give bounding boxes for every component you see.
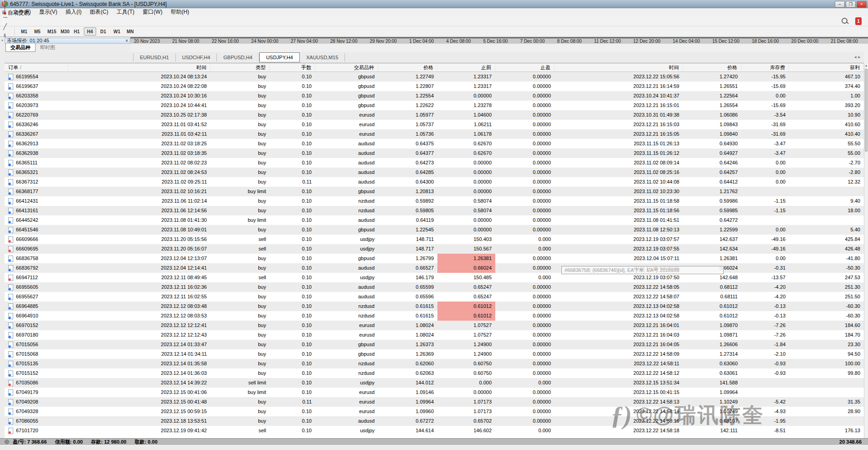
table-row[interactable]: 663362462023.11.01 03:41:52buy0.10eurusd…	[5, 120, 864, 129]
summary-item: 信用额: 0.00	[55, 439, 83, 445]
table-row[interactable]: 669648852023.12.12 08:03:48buy0.10nzdusd…	[5, 302, 864, 311]
table-row[interactable]: 662033582023.10.24 10:30:16buy0.10gbpusd…	[5, 91, 864, 101]
menu-item[interactable]: 工具(T)	[113, 8, 139, 16]
scrollbar-thumb[interactable]	[865, 69, 868, 152]
chart-tab-xauusd[interactable]: XAUUSD,M15	[300, 53, 345, 61]
column-header-symbol[interactable]: 交易品种	[315, 63, 378, 72]
order-number: 67015068	[16, 349, 38, 359]
table-row[interactable]: 663673122023.11.02 09:25:11buy0.11audusd…	[5, 177, 864, 187]
scroll-up-icon[interactable]: ▴	[864, 63, 868, 68]
table-row[interactable]: 663629132023.11.02 03:18:25buy0.10audusd…	[5, 139, 864, 148]
table-row[interactable]: 666096952023.11.20 05:16:07sell0.10usdjp…	[5, 244, 864, 254]
column-header-open-price[interactable]: 价格	[378, 63, 437, 72]
table-row[interactable]: 666096662023.11.20 05:15:56sell0.10usdjp…	[5, 235, 864, 244]
search-icon[interactable]	[842, 18, 849, 25]
table-row[interactable]: 669649102023.12.12 08:03:53buy0.10nzdusd…	[5, 311, 864, 321]
chart-tab-gbpusd[interactable]: GBPUSD,H4	[217, 53, 259, 61]
table-row[interactable]: 670493282023.12.15 00:59:15buy0.10eurusd…	[5, 407, 864, 416]
table-row[interactable]: 664124312023.11.06 11:02:14buy0.10nzdusd…	[5, 196, 864, 206]
table-row[interactable]: 670350862023.12.14 14:39:22sell limit0.1…	[5, 378, 864, 388]
chart-tab-usdjpy[interactable]: USDJPY,H4	[259, 52, 300, 62]
minimize-button[interactable]: –	[835, 1, 845, 8]
chart-tab-eurusd[interactable]: EURUSD,H1	[133, 53, 176, 61]
table-row[interactable]: 670492082023.12.15 00:41:48buy0.11eurusd…	[5, 397, 864, 407]
date-tick: 8 Dec 08:00	[557, 39, 582, 44]
timeframe-h1[interactable]: H1	[71, 27, 83, 36]
column-header-order[interactable]: 订单/	[5, 63, 68, 72]
table-row[interactable]: 662039732023.10.24 10:44:41buy0.10gbpusd…	[5, 101, 864, 110]
table-row[interactable]: 669556272023.12.11 16:02:55buy0.10audusd…	[5, 292, 864, 302]
timeframe-w1[interactable]: W1	[110, 27, 123, 36]
dock-close-icon[interactable]: ×	[0, 38, 5, 42]
table-row[interactable]: 669556052023.12.11 16:02:36buy0.10audusd…	[5, 282, 864, 292]
column-header-open-time[interactable]: 时间	[68, 63, 211, 72]
column-header-sl[interactable]: 止损	[437, 63, 495, 72]
table-row[interactable]: 670151522023.12.14 01:36:03buy0.10nzdusd…	[5, 368, 864, 378]
column-header-type[interactable]: 类型	[211, 63, 270, 72]
column-header-close-time[interactable]: 时间	[555, 63, 683, 72]
timeframe-m15[interactable]: M15	[44, 27, 56, 36]
table-row[interactable]: 664515462023.11.08 10:49:01buy0.10gbpusd…	[5, 225, 864, 235]
table-row[interactable]: 664452422023.11.08 01:41:30buy limit0.10…	[5, 215, 864, 225]
menu-item[interactable]: 显示(V)	[35, 8, 62, 16]
vertical-scrollbar[interactable]: ▴	[864, 63, 868, 438]
table-row[interactable]: 670150682023.12.14 01:34:11buy0.10gbpusd…	[5, 349, 864, 359]
table-row[interactable]: 668367582023.12.04 12:13:07buy0.10gbpusd…	[5, 254, 864, 263]
tab-scroll-right-icon[interactable]: ▸	[858, 55, 860, 59]
table-row[interactable]: 668367922023.12.04 12:14:41buy0.10audusd…	[5, 263, 864, 273]
market-watch-close-icon[interactable]: ×	[125, 38, 128, 43]
timeframe-m1[interactable]: M1	[18, 27, 30, 36]
table-row[interactable]: 663681772023.11.02 10:16:21buy limit0.10…	[5, 187, 864, 196]
table-row[interactable]: 669701802023.12.12 12:12:43buy0.10eurusd…	[5, 330, 864, 340]
column-header-profit[interactable]: 获利	[789, 63, 864, 72]
market-watch-tab[interactable]: 即时图	[36, 44, 60, 51]
order-number: 66964885	[16, 302, 38, 311]
table-row[interactable]: 669471122023.12.11 08:49:45sell0.10usdjp…	[5, 273, 864, 282]
order-number: 67049208	[16, 397, 38, 407]
market-watch-header: 市场报价: 01:20:45 ×	[5, 38, 130, 44]
table-row[interactable]: 670860552023.12.18 13:53:51buy0.10audusd…	[5, 416, 864, 426]
menu-item[interactable]: 帮助(H)	[166, 8, 193, 16]
notification-badge[interactable]: 1	[855, 17, 862, 25]
menu-item[interactable]: 窗口(W)	[139, 8, 166, 16]
table-row[interactable]: 663629382023.11.02 03:18:35buy0.10audusd…	[5, 148, 864, 158]
restore-button[interactable]: ❐	[846, 1, 856, 8]
table-row[interactable]: 661996372023.10.24 08:22:08buy0.10gbpusd…	[5, 82, 864, 91]
table-row[interactable]: 671017202023.12.19 09:41:42sell0.10usdjp…	[5, 426, 864, 435]
table-row[interactable]: 669701522023.12.12 12:12:41buy0.10eurusd…	[5, 321, 864, 330]
vertical-line-button[interactable]: │	[2, 3, 11, 12]
timeframe-m30[interactable]: M30	[57, 27, 70, 36]
timeframe-d1[interactable]: D1	[97, 27, 109, 36]
horizontal-line-button[interactable]: ─	[2, 12, 11, 22]
cell-close-price: 0.68107	[683, 416, 741, 426]
column-header-lots[interactable]: 手数	[270, 63, 315, 72]
table-row[interactable]: 663362672023.11.01 03:42:11buy0.10eurusd…	[5, 129, 864, 139]
table-row[interactable]: 670491792023.12.15 00:41:06buy limit0.10…	[5, 388, 864, 397]
menu-item[interactable]: 图表(C)	[86, 8, 113, 16]
order-number: 66365111	[16, 158, 37, 168]
date-tick: 12 Dec 20:00	[633, 39, 661, 44]
table-row[interactable]: 661995542023.10.24 08:13:24buy0.10gbpusd…	[5, 72, 864, 82]
table-row[interactable]: 662207692023.10.25 02:17:38buy0.10eurusd…	[5, 110, 864, 120]
chart-tab-usdchf[interactable]: USDCHF,H4	[176, 53, 217, 61]
cell-order: 67015135	[5, 359, 68, 368]
table-row[interactable]: 664131612023.11.06 12:14:56buy0.10nzdusd…	[5, 206, 864, 215]
trendline-button[interactable]: ╱	[2, 22, 11, 31]
column-header-swap[interactable]: 库存费	[741, 63, 789, 72]
cell-tp: 0.00000	[495, 416, 555, 426]
table-row[interactable]: 670151352023.12.14 01:35:58buy0.10nzdusd…	[5, 359, 864, 368]
timeframe-m5[interactable]: M5	[31, 27, 43, 36]
cell-type: buy	[211, 91, 270, 101]
close-button[interactable]: ×	[857, 1, 867, 8]
cell-open-time: 2023.11.02 09:25:11	[68, 177, 211, 187]
tab-scroll-left-icon[interactable]: ◂	[854, 55, 857, 59]
market-watch-tab[interactable]: 交易品种	[5, 44, 36, 52]
table-row[interactable]: 670150562023.12.14 01:33:47buy0.10gbpusd…	[5, 340, 864, 349]
column-header-close-price[interactable]: 价格	[683, 63, 741, 72]
menu-item[interactable]: 插入(I)	[62, 8, 86, 16]
table-row[interactable]: 663651112023.11.02 08:02:23buy0.10audusd…	[5, 158, 864, 168]
timeframe-mn[interactable]: MN	[123, 27, 136, 36]
column-header-tp[interactable]: 止盈	[495, 63, 555, 72]
timeframe-h4[interactable]: H4	[84, 27, 96, 36]
table-row[interactable]: 663653212023.11.02 08:24:53buy0.10audusd…	[5, 168, 864, 177]
